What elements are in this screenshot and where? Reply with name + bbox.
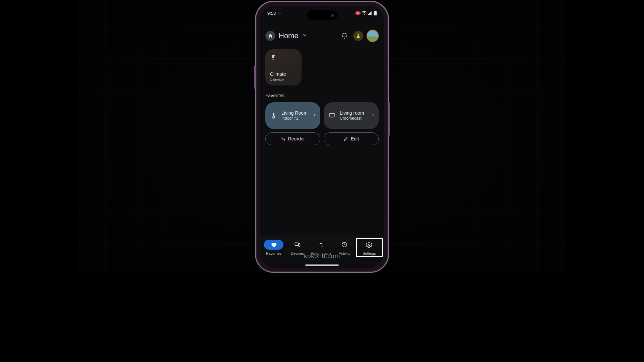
battery-icon [374, 11, 377, 15]
reorder-button[interactable]: Reorder [265, 132, 320, 145]
tv-icon [328, 112, 336, 119]
reorder-label: Reorder [288, 136, 305, 141]
home-selector-title[interactable]: Home [279, 32, 299, 40]
favorite-subtitle: Chromecast [340, 116, 367, 121]
favorite-living-room[interactable]: Living Room Indoor 72 [265, 102, 320, 129]
nav-automations-label: Automations [311, 251, 331, 255]
nav-activity[interactable]: Activity [333, 240, 356, 255]
favorite-subtitle: Indoor 72 [281, 116, 308, 121]
favorites-section-label: Favorites [265, 93, 379, 98]
svg-rect-4 [295, 243, 298, 245]
notifications-icon[interactable] [339, 31, 350, 41]
phone-screen: 9:53 [260, 6, 384, 268]
chevron-right-icon [312, 113, 317, 119]
thermostat-icon [270, 112, 277, 119]
thermometer-icon [270, 54, 297, 61]
screen-record-icon [278, 12, 280, 14]
heart-icon [270, 241, 277, 248]
nav-devices[interactable]: Devices [285, 240, 309, 255]
favorite-chromecast[interactable]: Living room Chromecast [324, 102, 379, 129]
reorder-icon [281, 136, 286, 141]
dynamic-island [307, 10, 337, 20]
sparkle-icon [318, 241, 324, 248]
cellular-icon [368, 11, 372, 15]
experiments-icon[interactable] [353, 31, 363, 41]
nav-devices-label: Devices [291, 251, 304, 255]
recording-pill-icon [355, 11, 361, 15]
edit-label: Edit [351, 136, 359, 141]
gear-icon [366, 241, 373, 248]
chevron-right-icon [371, 113, 375, 119]
nav-favorites[interactable]: Favorites [262, 240, 285, 255]
phone-frame: 9:53 [255, 1, 389, 273]
home-icon[interactable] [265, 31, 275, 41]
gesture-bar[interactable] [305, 264, 339, 266]
profile-avatar[interactable] [367, 30, 379, 42]
climate-title: Climate [270, 71, 297, 77]
wifi-icon [362, 11, 367, 15]
climate-subtitle: 1 device [270, 77, 297, 81]
devices-icon [294, 241, 301, 248]
pencil-icon [343, 136, 348, 141]
status-time: 9:53 [267, 11, 276, 16]
favorite-title: Living Room [281, 110, 308, 116]
edit-button[interactable]: Edit [324, 132, 379, 145]
nav-favorites-label: Favorites [266, 251, 281, 255]
svg-point-6 [368, 244, 370, 246]
history-icon [341, 241, 348, 248]
nav-settings-label: Settings [363, 251, 376, 255]
chevron-down-icon[interactable] [302, 33, 307, 39]
bottom-nav: Favorites Devices Automations [260, 236, 384, 268]
favorite-title: Living room [340, 110, 367, 116]
nav-settings[interactable]: Settings [356, 238, 383, 257]
svg-rect-2 [329, 114, 335, 117]
svg-rect-5 [299, 244, 300, 246]
climate-tile[interactable]: Climate 1 device [265, 49, 302, 85]
nav-activity-label: Activity [339, 251, 351, 255]
nav-automations[interactable]: Automations [309, 240, 333, 255]
